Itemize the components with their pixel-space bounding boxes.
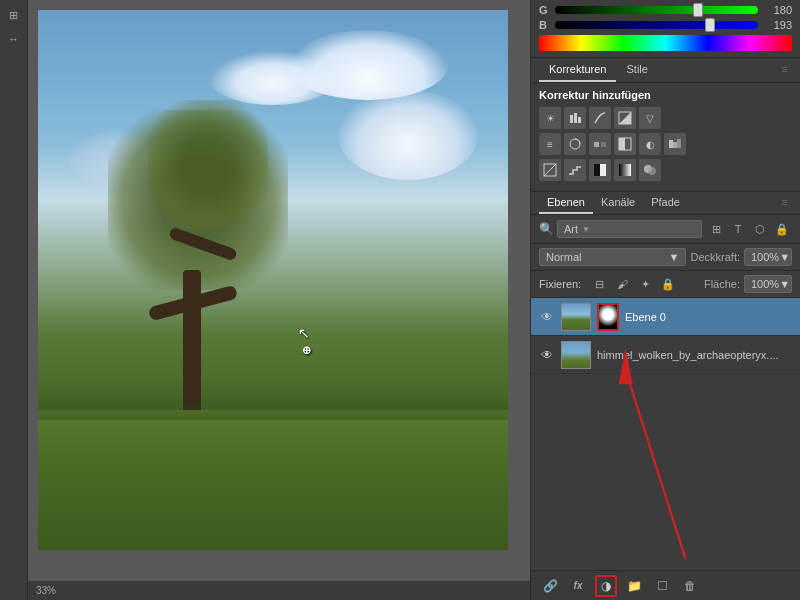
cloud-3	[338, 90, 478, 180]
korr-icon-selectivecolor[interactable]	[639, 159, 661, 181]
layer-visibility-0[interactable]: 👁	[539, 309, 555, 325]
layer-icon-lock[interactable]: 🔒	[772, 219, 792, 239]
fixieren-move[interactable]: ✦	[635, 275, 655, 293]
field	[38, 410, 508, 550]
fixieren-lock[interactable]: 🔒	[658, 275, 678, 293]
korr-icon-levels[interactable]	[564, 107, 586, 129]
korrektur-title: Korrektur hinzufügen	[539, 89, 792, 101]
fixieren-icons: ⊟ 🖌 ✦ 🔒	[589, 275, 678, 293]
korr-icon-photofilter[interactable]: ◐	[639, 133, 661, 155]
blend-dropdown-arrow: ▼	[669, 251, 680, 263]
tree-canopy-2	[148, 100, 268, 230]
layer-visibility-1[interactable]: 👁	[539, 347, 555, 363]
fixieren-label: Fixieren:	[539, 278, 581, 290]
svg-marker-4	[619, 112, 631, 124]
korr-icon-curves[interactable]	[589, 107, 611, 129]
svg-rect-10	[669, 140, 673, 148]
layer-icon-shape[interactable]: ⬡	[750, 219, 770, 239]
link-layers-icon[interactable]: 🔗	[539, 575, 561, 597]
g-slider-thumb[interactable]	[693, 3, 703, 17]
tab-kanaele[interactable]: Kanäle	[593, 192, 643, 214]
new-layer-icon[interactable]: ☐	[651, 575, 673, 597]
korr-icon-posterize[interactable]	[564, 159, 586, 181]
tab-ebenen[interactable]: Ebenen	[539, 192, 593, 214]
svg-rect-0	[570, 115, 573, 123]
layers-bottom-bar: 🔗 fx ◑ 📁 ☐ 🗑	[531, 570, 800, 600]
fixieren-brush[interactable]: 🖌	[612, 275, 632, 293]
svg-rect-6	[594, 142, 599, 147]
b-slider-thumb[interactable]	[705, 18, 715, 32]
g-label: G	[539, 4, 551, 16]
svg-point-18	[648, 167, 656, 175]
right-panel: G 180 B 193 Korrekturen Stile ≡	[530, 0, 800, 600]
fixieren-checkers[interactable]: ⊟	[589, 275, 609, 293]
mini-tool-1[interactable]: ⊞	[3, 4, 25, 26]
korrekturen-menu[interactable]: ≡	[778, 58, 792, 82]
g-slider-track[interactable]	[555, 6, 758, 14]
korr-icon-channelmixer[interactable]	[664, 133, 686, 155]
field-mid	[38, 390, 508, 420]
art-label: Art	[564, 223, 578, 235]
korrektur-icons-row-1: ☀ ▽	[539, 107, 792, 129]
search-icon: 🔍	[539, 222, 553, 236]
svg-rect-16	[619, 164, 631, 176]
svg-rect-12	[677, 139, 681, 148]
svg-rect-14	[594, 164, 600, 176]
tab-pfade[interactable]: Pfade	[643, 192, 688, 214]
layer-thumb-0	[561, 303, 591, 331]
layer-thumb-1	[561, 341, 591, 369]
flache-value: 100%	[751, 278, 779, 290]
left-mini-toolbar: ⊞ ↔	[0, 0, 28, 600]
korr-icon-bw[interactable]	[614, 133, 636, 155]
svg-rect-7	[601, 142, 606, 147]
g-slider-row: G 180	[539, 4, 792, 16]
layer-item-1[interactable]: 👁 himmel_wolken_by_archaeopteryx....	[531, 336, 800, 374]
mini-tool-2[interactable]: ↔	[3, 28, 25, 50]
ebenen-tabs: Ebenen Kanäle Pfade ≡	[531, 192, 800, 215]
color-section: G 180 B 193	[531, 0, 800, 58]
canvas-image: ↖⊕	[38, 10, 508, 550]
blend-mode-label: Normal	[546, 251, 581, 263]
layer-item-0[interactable]: 👁 Ebene 0	[531, 298, 800, 336]
tab-korrekturen[interactable]: Korrekturen	[539, 58, 616, 82]
ebenen-menu[interactable]: ≡	[778, 192, 792, 214]
art-dropdown[interactable]: Art ▼	[557, 220, 702, 238]
deckkraft-input[interactable]: 100% ▼	[744, 248, 792, 266]
tree	[98, 110, 298, 430]
korr-icon-colorbalance[interactable]	[589, 133, 611, 155]
blend-opacity-row: Normal ▼ Deckkraft: 100% ▼	[531, 244, 800, 271]
folder-group-icon[interactable]: 📁	[623, 575, 645, 597]
korr-icon-arrow[interactable]: ▽	[639, 107, 661, 129]
art-dropdown-arrow: ▼	[582, 225, 590, 234]
korr-icon-invert[interactable]	[539, 159, 561, 181]
new-adjustment-layer-icon[interactable]: ◑	[595, 575, 617, 597]
tab-stile[interactable]: Stile	[616, 58, 657, 82]
korr-icon-hsl[interactable]	[564, 133, 586, 155]
canvas-area[interactable]: ↖⊕ 33%	[28, 0, 530, 600]
svg-line-19	[626, 371, 686, 559]
deckkraft-value: 100%	[751, 251, 779, 263]
korr-icon-brightness[interactable]: ☀	[539, 107, 561, 129]
layer-mask-thumb-0	[597, 303, 619, 331]
blend-mode-dropdown[interactable]: Normal ▼	[539, 248, 686, 266]
svg-rect-2	[578, 117, 581, 123]
svg-rect-15	[600, 164, 606, 176]
korr-icon-vibrance[interactable]: ≡	[539, 133, 561, 155]
korr-icon-threshold[interactable]	[589, 159, 611, 181]
b-value: 193	[762, 19, 792, 31]
korrekturen-tabs: Korrekturen Stile ≡	[531, 58, 800, 83]
toolbar-icon-group: ⊞ T ⬡ 🔒	[706, 219, 792, 239]
layer-icon-t[interactable]: T	[728, 219, 748, 239]
korrektur-section: Korrektur hinzufügen ☀ ▽ ≡	[531, 83, 800, 192]
fx-button[interactable]: fx	[567, 575, 589, 597]
korr-icon-exposure[interactable]	[614, 107, 636, 129]
flache-input[interactable]: 100% ▼	[744, 275, 792, 293]
delete-layer-icon[interactable]: 🗑	[679, 575, 701, 597]
b-slider-track[interactable]	[555, 21, 758, 29]
layer-icon-1[interactable]: ⊞	[706, 219, 726, 239]
korrektur-icons-row-3	[539, 159, 792, 181]
b-slider-row: B 193	[539, 19, 792, 31]
canvas-wrapper: ↖⊕ 33%	[28, 0, 530, 600]
layer-name-1: himmel_wolken_by_archaeopteryx....	[597, 349, 792, 361]
korr-icon-gradient[interactable]	[614, 159, 636, 181]
